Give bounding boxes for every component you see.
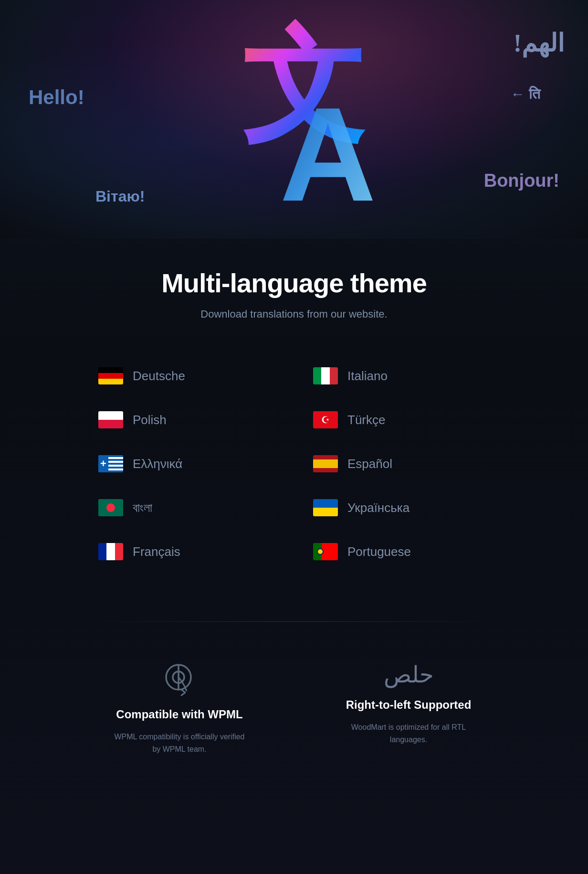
content-section: Multi-language theme Download translatio… <box>0 239 588 812</box>
language-name-el: Ελληνικά <box>133 457 182 471</box>
main-subtitle: Download translations from our website. <box>200 308 387 320</box>
rtl-desc: WoodMart is optimized for all RTL langua… <box>342 721 475 746</box>
hero-label-vitayu: Вітаю! <box>95 188 145 205</box>
hero-label-rtl: ← ति <box>511 86 540 103</box>
languages-grid: Deutsche Italiano Polish <box>79 354 509 574</box>
hero-label-arabic: الهم! <box>514 29 564 57</box>
rtl-icon: حلص <box>389 660 428 689</box>
flag-pl <box>98 411 123 428</box>
rtl-title: Right-to-left Supported <box>346 698 472 712</box>
language-item-pt: Portuguese <box>294 530 509 574</box>
rtl-arabic-text: حلص <box>384 661 434 688</box>
flag-de <box>98 367 123 384</box>
language-item-tr: ☪ Türkçe <box>294 398 509 442</box>
divider <box>89 621 499 622</box>
flag-fr <box>98 543 123 560</box>
language-item-ua: Українська <box>294 486 509 530</box>
hero-label-bonjour: Bonjour! <box>484 171 559 191</box>
language-name-pl: Polish <box>133 413 167 427</box>
feature-rtl: حلص Right-to-left Supported WoodMart is … <box>304 660 514 755</box>
feature-wpml: Compatible with WPML WPML compatibility … <box>74 660 284 755</box>
language-name-pt: Portuguese <box>347 544 411 559</box>
flag-pt <box>313 543 338 560</box>
features-section: Compatible with WPML WPML compatibility … <box>55 631 533 793</box>
flag-bd <box>98 499 123 516</box>
language-name-it: Italiano <box>347 369 388 384</box>
svg-text:A: A <box>280 80 376 220</box>
language-name-bd: বাংলা <box>133 501 152 515</box>
language-item-bd: বাংলা <box>79 486 294 530</box>
language-item-es: Español <box>294 442 509 486</box>
flag-it <box>313 367 338 384</box>
language-name-es: Español <box>347 457 392 471</box>
hero-translation-icon: 文 A <box>194 19 394 220</box>
wpml-desc: WPML compatibility is officially verifie… <box>113 731 246 755</box>
language-item-el: Ελληνικά <box>79 442 294 486</box>
wpml-title: Compatible with WPML <box>116 708 242 721</box>
flag-tr: ☪ <box>313 411 338 428</box>
flag-ua <box>313 499 338 516</box>
flag-gr <box>98 455 123 472</box>
language-item-pl: Polish <box>79 398 294 442</box>
language-name-tr: Türkçe <box>347 413 385 427</box>
language-name-ua: Українська <box>347 501 410 515</box>
flag-es <box>313 455 338 472</box>
language-item-de: Deutsche <box>79 354 294 398</box>
hero-label-hello: Hello! <box>29 86 84 109</box>
language-item-it: Italiano <box>294 354 509 398</box>
page-wrapper: Hello! الهم! <box>0 0 588 874</box>
language-name-fr: Français <box>133 544 180 559</box>
language-name-de: Deutsche <box>133 369 185 384</box>
main-title: Multi-language theme <box>161 267 427 298</box>
wpml-icon <box>160 660 199 698</box>
language-item-fr: Français <box>79 530 294 574</box>
hero-section: Hello! الهم! <box>0 0 588 239</box>
